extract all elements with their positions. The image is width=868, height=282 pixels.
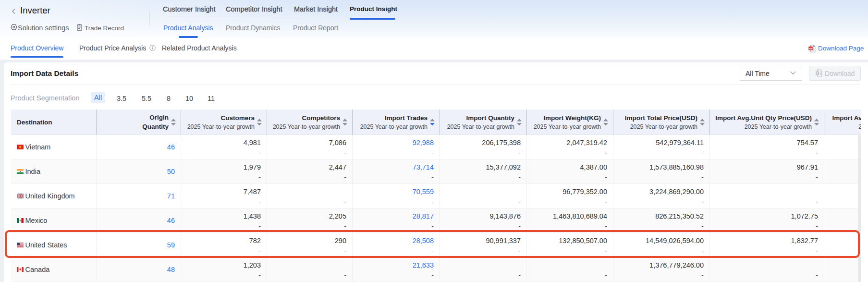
svg-text:X: X xyxy=(816,72,819,75)
svg-text:PDF: PDF xyxy=(809,48,813,50)
